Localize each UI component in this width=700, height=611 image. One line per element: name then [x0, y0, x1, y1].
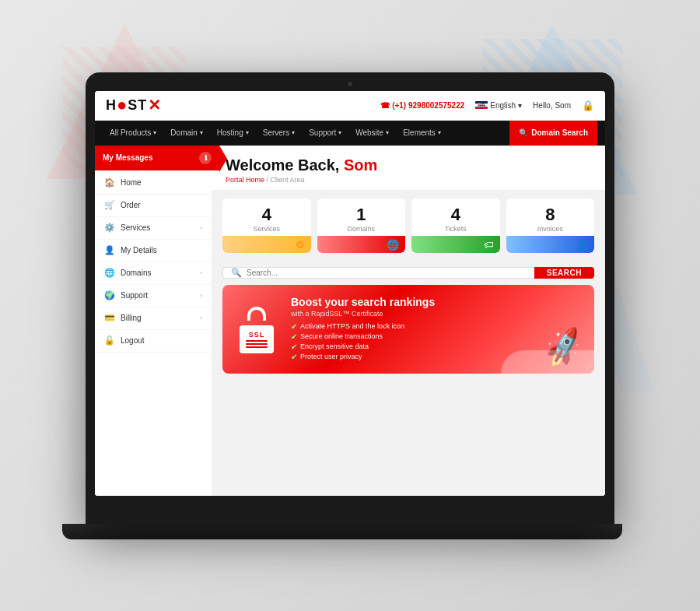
sidebar-item-support[interactable]: 🌍 Support › [95, 285, 212, 307]
nav-website[interactable]: Website▾ [348, 121, 396, 146]
logo-h: H [106, 97, 117, 114]
stat-tickets-number: 4 [419, 206, 492, 223]
lang-label: English [490, 101, 516, 110]
check-icon: ✔ [291, 322, 297, 331]
stat-card-services[interactable]: 4 Services ⚙ [222, 198, 311, 253]
stat-wave: ⚙ [222, 236, 311, 253]
ssl-lock-text: SSL [249, 331, 265, 339]
stat-services-label: Services [230, 225, 303, 233]
home-icon: 🏠 [104, 177, 115, 188]
phone-link[interactable]: ☎ (+1) 9298002575222 [380, 101, 464, 110]
breadcrumb-home-link[interactable]: Portal Home [226, 176, 264, 184]
main-area: My Messages ℹ 🏠 Home 🛒 [95, 146, 605, 496]
chevron-icon: ▾ [386, 129, 389, 136]
language-selector[interactable]: 🇬🇧 English ▾ [475, 101, 522, 110]
chevron-icon: › [200, 224, 202, 231]
check-icon: ✔ [291, 353, 297, 361]
breadcrumb: Portal Home / Client Area [226, 176, 591, 184]
main-content: Welcome Back, Som Portal Home / Client A… [212, 146, 605, 496]
logo-x: ✕ [148, 96, 162, 114]
chevron-icon: › [200, 314, 202, 321]
domains-icon: 🌐 [104, 268, 115, 279]
search-input-wrap: 🔍 [222, 267, 534, 279]
breadcrumb-current: Client Area [271, 176, 305, 184]
logo-st: ST [128, 97, 147, 114]
welcome-area: Welcome Back, Som Portal Home / Client A… [212, 146, 605, 191]
sidebar-mydetails-label: My Details [121, 246, 157, 255]
lock-icon: SSL [236, 305, 277, 353]
user-icon: 👤 [104, 245, 115, 256]
services-icon: ⚙️ [104, 223, 115, 234]
flag-icon: 🇬🇧 [475, 101, 488, 109]
sidebar-services-label: Services [121, 223, 150, 232]
stat-card-domains[interactable]: 1 Domains 🌐 [317, 198, 406, 253]
ssl-feature-2: ✔ Secure online transactions [291, 332, 583, 341]
sidebar-item-logout[interactable]: 🔓 Logout [95, 330, 212, 353]
logo-o: ● [117, 95, 128, 115]
ssl-main-title: Boost your search rankings [291, 296, 583, 308]
cart-icon[interactable]: 🔒 [582, 100, 594, 111]
logo: H●ST✕ [106, 95, 162, 115]
welcome-title: Welcome Back, Som [226, 156, 591, 174]
sidebar-item-domains[interactable]: 🌐 Domains › [95, 262, 212, 285]
sidebar-item-services[interactable]: ⚙️ Services › [95, 217, 212, 240]
stat-card-tickets[interactable]: 4 Tickets 🏷 [411, 198, 500, 253]
chevron-icon: ▾ [246, 129, 249, 136]
sidebar-item-home[interactable]: 🏠 Home [95, 172, 212, 195]
message-badge: ℹ [199, 152, 212, 164]
cloud-decoration [501, 350, 594, 374]
stat-card-invoices[interactable]: 8 Invoices 👤 [506, 198, 595, 253]
stat-wave: 🌐 [317, 236, 406, 253]
check-icon: ✔ [291, 342, 297, 351]
chevron-icon: › [200, 269, 202, 276]
laptop-shell: H●ST✕ ☎ (+1) 9298002575222 🇬🇧 English ▾ … [86, 72, 614, 524]
stat-tickets-label: Tickets [419, 225, 492, 233]
ssl-feature-1: ✔ Activate HTTPS and the lock icon [291, 322, 583, 331]
sidebar-logout-label: Logout [121, 336, 145, 345]
my-messages-label: My Messages [103, 153, 152, 162]
stat-domains-number: 1 [325, 206, 398, 223]
top-bar: H●ST✕ ☎ (+1) 9298002575222 🇬🇧 English ▾ … [95, 91, 605, 121]
chevron-icon: ▾ [292, 129, 295, 136]
chevron-icon: ▾ [438, 129, 441, 136]
nav-all-products[interactable]: All Products▾ [103, 121, 163, 146]
my-messages-button[interactable]: My Messages ℹ [95, 146, 219, 170]
stat-services-number: 4 [230, 206, 303, 223]
sidebar-item-order[interactable]: 🛒 Order [95, 195, 212, 217]
nav-elements[interactable]: Elements▾ [396, 121, 448, 146]
search-icon: 🔍 [519, 128, 528, 137]
laptop-camera [348, 82, 352, 86]
sidebar-item-billing[interactable]: 💳 Billing › [95, 307, 212, 330]
welcome-name: Som [344, 156, 377, 174]
chevron-icon: ▾ [338, 129, 341, 136]
nav-domain[interactable]: Domain▾ [163, 121, 209, 146]
search-row: 🔍 SEARCH [212, 261, 605, 285]
domain-search-button[interactable]: 🔍 Domain Search [509, 121, 597, 146]
stat-invoices-label: Invoices [514, 225, 587, 233]
globe-icon: 🌐 [387, 239, 399, 251]
stat-invoices-number: 8 [514, 206, 587, 223]
sidebar-order-label: Order [121, 201, 141, 209]
order-icon: 🛒 [104, 200, 115, 211]
nav-hosting[interactable]: Hosting▾ [210, 121, 256, 146]
sidebar-support-label: Support [121, 291, 148, 300]
chevron-icon: ▾ [153, 129, 156, 136]
search-input[interactable] [247, 269, 527, 277]
ssl-feature-3: ✔ Encrypt sensitive data [291, 342, 583, 351]
laptop-base [62, 524, 622, 539]
nav-servers[interactable]: Servers▾ [256, 121, 302, 146]
stats-row: 4 Services ⚙ 1 Domains 🌐 [212, 191, 605, 261]
sidebar: My Messages ℹ 🏠 Home 🛒 [95, 146, 212, 496]
chevron-icon: ▾ [200, 129, 203, 136]
nav-support[interactable]: Support▾ [302, 121, 348, 146]
search-button[interactable]: SEARCH [534, 267, 594, 279]
ssl-banner[interactable]: SSL Boo [222, 285, 594, 374]
laptop-screen: H●ST✕ ☎ (+1) 9298002575222 🇬🇧 English ▾ … [95, 91, 605, 496]
support-icon: 🌍 [104, 290, 115, 301]
sidebar-item-my-details[interactable]: 👤 My Details [95, 240, 212, 262]
nav-bar: All Products▾ Domain▾ Hosting▾ Servers▾ … [95, 121, 605, 146]
check-icon: ✔ [291, 332, 297, 341]
person-icon: 👤 [576, 239, 588, 251]
hello-user: Hello, Som [533, 101, 571, 110]
welcome-greeting: Welcome Back, [226, 156, 344, 174]
